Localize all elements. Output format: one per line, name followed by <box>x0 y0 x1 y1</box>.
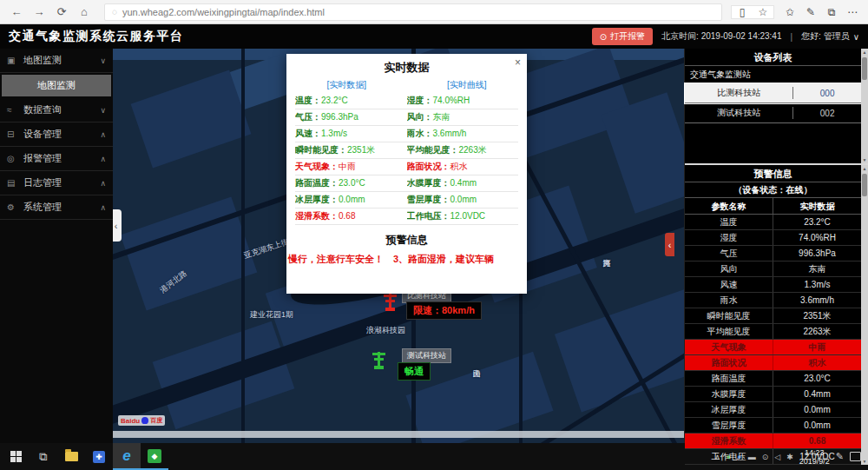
param-label: 温度： <box>295 96 321 105</box>
warning-table-row: 瞬时能见度2351米 <box>685 308 861 324</box>
browser-toolbar: ← → ⟳ ⌂ ◌ yun.wheag2.com/weixingpingtai/… <box>0 0 868 24</box>
column-param-name: 参数名称 <box>685 198 773 214</box>
home-icon[interactable]: ⌂ <box>73 5 95 18</box>
beijing-time-label: 北京时间: 2019-09-02 14:23:41 <box>661 30 781 43</box>
sidebar-collapse-handle[interactable]: ‹ <box>113 209 122 242</box>
start-button[interactable] <box>2 443 30 470</box>
chevron-up-icon: ∧ <box>100 203 106 212</box>
warning-info-title: 预警信息 <box>685 165 861 182</box>
device-list-scrollbar[interactable]: ▲ ▼ <box>861 49 868 163</box>
param-label: 天气现象： <box>295 162 339 171</box>
open-alarm-button[interactable]: ⊙ 打开报警 <box>592 28 653 45</box>
sidebar-item-map-monitor[interactable]: ▣地图监测∨ <box>0 49 113 73</box>
data-cell: 天气现象：中雨 <box>295 161 407 173</box>
close-icon[interactable]: × <box>515 56 521 69</box>
sidebar-item-data-query[interactable]: ≈数据查询∨ <box>0 98 113 122</box>
baidu-paw-icon <box>141 417 148 424</box>
sidebar-item-device-manage[interactable]: ⊟设备管理∧ <box>0 122 113 147</box>
param-name-cell: 天气现象 <box>685 340 773 354</box>
chevron-down-icon: ∨ <box>100 56 106 65</box>
param-label: 雪层厚度： <box>407 195 450 204</box>
param-value-cell: 3.6mm/h <box>773 293 861 308</box>
warning-table-header: 参数名称 实时数据 <box>685 198 861 215</box>
param-label: 水膜厚度： <box>407 178 450 188</box>
param-name-cell: 湿度 <box>685 230 773 245</box>
warning-table-row: 天气现象中雨 <box>685 340 861 355</box>
map-canvas[interactable]: 比测科技站 限速：80km/h 测试科技站 畅通 ‹ ‹ Baidu 百度 × … <box>113 49 684 443</box>
sidebar-item-alarm-manage[interactable]: ◎报警管理∧ <box>0 147 113 171</box>
data-cell: 路面温度：23.0°C <box>295 177 407 189</box>
realtime-data-row: 冰层厚度：0.0mm雪层厚度：0.0mm <box>295 192 518 209</box>
sidebar-item-log-manage[interactable]: ▤日志管理∧ <box>0 171 113 195</box>
station-green-name: 测试科技站 <box>402 348 451 363</box>
station-marker-red[interactable] <box>383 292 398 311</box>
green-app-button[interactable]: ◆ <box>141 443 168 470</box>
panel-collapse-handle[interactable]: ‹ <box>665 233 674 256</box>
more-icon[interactable]: ⋯ <box>842 6 863 18</box>
refresh-icon[interactable]: ⟳ <box>50 5 73 18</box>
param-label: 路面温度： <box>295 178 339 188</box>
scroll-up-icon[interactable]: ▲ <box>863 49 867 56</box>
street-label: 建业花园1期 <box>250 309 293 321</box>
reading-view-icon[interactable]: ▯ <box>732 6 753 18</box>
param-value-cell: 积水 <box>773 355 861 370</box>
warning-table-row: 水膜厚度0.4mm <box>685 387 861 402</box>
data-cell: 平均能见度：2263米 <box>407 144 519 156</box>
url-text: yun.wheag2.com/weixingpingtai/map/index.… <box>122 7 325 17</box>
forward-icon[interactable]: → <box>28 5 50 18</box>
sidebar-subitem-active[interactable]: 地图监测 <box>2 75 111 96</box>
alarm-manage-icon: ◎ <box>7 154 18 163</box>
param-name-cell: 风速 <box>685 277 773 292</box>
task-view-button[interactable]: ⧉ <box>30 443 57 470</box>
address-bar[interactable]: ◌ yun.wheag2.com/weixingpingtai/map/inde… <box>104 3 722 21</box>
warning-info-scrollbar[interactable]: ▲ ▼ <box>861 165 868 465</box>
param-value-cell: 0.4mm <box>773 387 861 401</box>
favorites-star-icon[interactable]: ☆ <box>753 6 773 18</box>
warning-table-row: 雪层厚度0.0mm <box>685 418 861 434</box>
map-block <box>602 92 684 214</box>
scroll-down-icon[interactable]: ▼ <box>863 458 867 465</box>
scrollbar-thumb[interactable] <box>862 174 867 196</box>
web-note-icon[interactable]: ✎ <box>800 6 821 18</box>
scroll-down-icon[interactable]: ▼ <box>863 156 867 163</box>
warning-table-row: 湿度74.0%RH <box>685 230 861 246</box>
scroll-up-icon[interactable]: ▲ <box>863 165 867 172</box>
param-name-cell: 水膜厚度 <box>685 387 773 401</box>
warning-rows: 温度23.2°C湿度74.0%RH气压996.3hPa风向东南风速1.3m/s雨… <box>685 215 861 465</box>
share-icon[interactable]: ⧉ <box>821 6 842 18</box>
param-value: 0.0mm <box>339 195 365 204</box>
hub-icon[interactable]: ✩ <box>779 6 800 18</box>
link-realtime-curve[interactable]: [实时曲线] <box>407 79 528 91</box>
param-label: 瞬时能见度： <box>295 145 347 155</box>
edge-browser-button[interactable]: e <box>113 443 141 470</box>
param-name-cell: 工作电压 <box>685 449 773 464</box>
param-label: 气压： <box>295 112 321 122</box>
map-road <box>241 49 245 443</box>
link-realtime-data[interactable]: [实时数据] <box>286 79 407 91</box>
device-row[interactable]: 比测科技站000 <box>685 83 861 103</box>
station-marker-green[interactable] <box>372 350 387 369</box>
sidebar-item-label: 数据查询 <box>23 103 62 116</box>
back-icon[interactable]: ← <box>5 5 28 18</box>
param-label: 雨水： <box>407 129 433 138</box>
data-cell: 雨水：3.6mm/h <box>407 128 519 140</box>
blue-app-button[interactable]: ✚ <box>85 443 113 470</box>
map-monitor-icon: ▣ <box>7 56 18 65</box>
realtime-data-row: 温度：23.2°C湿度：74.0%RH <box>295 93 518 109</box>
device-list-section: 设备列表 交通气象监测站 比测科技站000测试科技站002 ▲ ▼ <box>685 49 868 163</box>
user-menu[interactable]: 您好: 管理员 ∨ <box>801 30 859 43</box>
param-name-cell: 温度 <box>685 215 773 229</box>
file-explorer-button[interactable] <box>57 443 85 470</box>
sidebar-item-label: 地图监测 <box>23 54 62 67</box>
data-cell: 工作电压：12.0VDC <box>407 210 519 222</box>
device-name: 比测科技站 <box>685 87 793 99</box>
param-value: 2263米 <box>459 145 487 155</box>
warning-info-title: 预警信息 <box>286 225 527 251</box>
device-code: 002 <box>793 109 861 118</box>
sidebar-item-label: 报警管理 <box>23 152 62 165</box>
sidebar-item-system-manage[interactable]: ⚙系统管理∧ <box>0 195 113 220</box>
device-group-label: 交通气象监测站 <box>685 66 861 83</box>
data-cell: 湿滑系数：0.68 <box>295 210 407 222</box>
scrollbar-thumb[interactable] <box>862 57 867 80</box>
device-row[interactable]: 测试科技站002 <box>685 103 861 123</box>
